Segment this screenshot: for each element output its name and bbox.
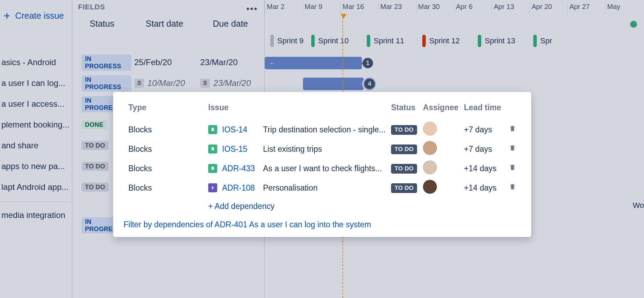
timeline-date[interactable]: Mar 30 (416, 0, 454, 35)
create-issue-button[interactable]: + Create issue (0, 0, 72, 31)
sprint-status-icon (533, 35, 537, 47)
sprint-status-icon (270, 35, 274, 47)
lead-time-value: +14 days (464, 183, 509, 193)
issue-row[interactable]: a user I can log... (0, 73, 73, 94)
lead-time-value: +7 days (464, 144, 509, 154)
delete-dependency-button[interactable] (509, 144, 516, 154)
timeline-date[interactable]: Apr 13 (492, 0, 529, 35)
issue-list: asics - Android a user I can log... a us… (0, 52, 73, 225)
dependencies-popover: Type Issue Status Assignee Lead time Blo… (113, 92, 531, 237)
sprint-marker[interactable]: Sprint 12 (417, 35, 472, 47)
col-type: Type (128, 103, 208, 112)
timeline-date-header: Mar 2Mar 9Mar 16Mar 23Mar 30Apr 6Apr 13A… (265, 0, 644, 17)
status-badge[interactable]: TO DO (391, 164, 417, 174)
dependency-type[interactable]: Blocks (128, 125, 208, 134)
col-issue: Issue (208, 103, 391, 112)
issue-row[interactable]: asics - Android (0, 52, 73, 73)
issue-key-link[interactable]: ADR-108 (222, 183, 258, 193)
status-badge[interactable]: TO DO (391, 144, 417, 154)
col-lead-time: Lead time (464, 103, 516, 112)
sprint-label: Sprint 11 (374, 36, 404, 45)
delete-dependency-button[interactable] (509, 125, 516, 134)
timeline-date[interactable]: Apr 20 (529, 0, 567, 35)
timeline-date[interactable]: May (605, 0, 643, 35)
issue-summary[interactable]: List existing trips (263, 144, 322, 154)
sprint-label: Sprint 9 (277, 36, 304, 45)
assignee-avatar[interactable] (423, 160, 437, 174)
sprint-marker[interactable]: Sprint 11 (361, 35, 417, 47)
sprint-marker[interactable]: Sprint 10 (306, 35, 361, 47)
dependency-type[interactable]: Blocks (128, 164, 208, 173)
delete-dependency-button[interactable] (509, 164, 516, 173)
today-marker-icon (340, 14, 347, 19)
dependency-row: BlocksADR-433As a user I want to check f… (128, 159, 516, 178)
delete-dependency-button[interactable] (509, 183, 516, 193)
issue-row[interactable]: media integration (0, 202, 73, 225)
col-status: Status (391, 103, 423, 112)
sprint-marker[interactable]: Spr (528, 35, 559, 47)
sprint-label: Sprint 13 (485, 36, 515, 45)
fields-more-button[interactable]: ••• (246, 3, 258, 14)
sprint-label: Sprint 10 (318, 36, 349, 45)
timeline-date[interactable]: Apr 6 (454, 0, 492, 35)
timeline-date[interactable]: Mar 2 (265, 0, 303, 35)
start-date-value[interactable]: 25/Feb/20 (134, 58, 172, 67)
arrow-left-icon: ← (269, 59, 276, 67)
assignee-avatar[interactable] (423, 141, 437, 155)
timeline-date[interactable]: Mar 9 (303, 0, 340, 35)
issue-key-link[interactable]: IOS-14 (222, 125, 258, 134)
assignee-avatar[interactable] (423, 180, 437, 194)
sprint-marker[interactable]: Sprint 9 (265, 35, 306, 47)
dependency-count-badge[interactable]: 1 (363, 58, 373, 68)
sprint-status-icon (478, 35, 481, 47)
timeline-date[interactable]: Mar 23 (378, 0, 416, 35)
col-start-date[interactable]: Start date (132, 19, 197, 29)
sprint-label: Sprint 12 (429, 36, 460, 45)
issue-row[interactable]: apps to new pa... (0, 156, 73, 177)
issue-row[interactable]: plement booking... (0, 114, 73, 135)
due-date-value[interactable]: 23/Mar/20 (200, 58, 238, 67)
status-badge[interactable]: IN PROGRESS (82, 54, 132, 71)
issue-summary[interactable]: Personalisation (263, 183, 317, 193)
start-date-value[interactable]: 10/Mar/20 (147, 78, 185, 88)
issue-row[interactable]: a user I access... (0, 94, 73, 114)
col-status[interactable]: Status (73, 19, 132, 29)
gantt-bar[interactable]: 4 (303, 78, 364, 90)
fields-title: FIELDS (78, 3, 105, 11)
fields-row: IN PROGRESSS10/Mar/20S23/Mar/20 (73, 73, 265, 94)
status-badge[interactable]: TO DO (391, 125, 417, 135)
issue-key-link[interactable]: IOS-15 (222, 144, 258, 154)
issue-row[interactable]: and share (0, 135, 73, 156)
lead-time-value: +7 days (464, 125, 509, 134)
sprint-status-icon (311, 35, 315, 47)
status-badge[interactable]: TO DO (391, 183, 417, 193)
status-badge[interactable]: TO DO (82, 162, 109, 171)
issue-summary[interactable]: As a user I want to check flights... (263, 164, 382, 173)
assignee-avatar[interactable] (423, 122, 437, 135)
sprint-marker[interactable]: Sprint 13 (472, 35, 528, 47)
issue-summary[interactable]: Trip destination selection - single... (263, 125, 385, 134)
status-badge[interactable]: TO DO (82, 183, 109, 192)
sprint-status-icon (422, 35, 426, 47)
dependency-row: BlocksIOS-14Trip destination selection -… (128, 120, 516, 139)
filter-by-dependencies-link[interactable]: Filter by dependencies of ADR-401 As a u… (124, 220, 371, 229)
add-dependency-button[interactable]: + Add dependency (208, 202, 516, 211)
sprint-status-icon (367, 35, 370, 47)
timeline-date[interactable]: Apr 27 (567, 0, 605, 35)
dependency-row: BlocksADR-108PersonalisationTO DO+14 day… (128, 178, 516, 198)
dependency-type[interactable]: Blocks (128, 144, 208, 154)
epic-icon (208, 183, 217, 192)
sprint-chip-icon: S (200, 79, 210, 88)
story-icon (208, 144, 217, 154)
dependency-type[interactable]: Blocks (128, 183, 208, 193)
issue-sidebar: + Create issue asics - Android a user I … (0, 0, 73, 298)
issue-key-link[interactable]: ADR-433 (222, 164, 258, 173)
status-badge[interactable]: IN PROGRESS (82, 75, 132, 91)
due-date-value[interactable]: 23/Mar/20 (213, 78, 251, 88)
issue-row[interactable]: lapt Android app... (0, 177, 73, 198)
gantt-bar[interactable]: ←1 (265, 57, 362, 69)
dependency-count-badge[interactable]: 4 (364, 79, 375, 89)
col-due-date[interactable]: Due date (197, 19, 263, 29)
status-badge[interactable]: TO DO (82, 141, 109, 150)
status-badge[interactable]: DONE (82, 120, 107, 129)
